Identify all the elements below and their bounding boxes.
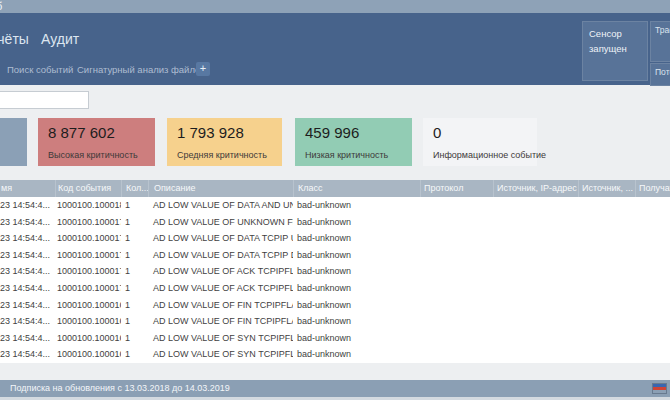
cell-description: AD LOW VALUE OF SYN TCPIPFLAG... [148,346,293,363]
cell-description: AD LOW VALUE OF DATA AND UNE... [148,197,293,214]
cell-protocol [420,230,493,247]
cell-recipient [635,214,670,231]
add-tab-button[interactable]: + [196,62,210,76]
cell-source-ip [493,197,578,214]
cell-count: 1 [121,263,148,280]
ru-flag-icon[interactable] [653,384,666,393]
tab-event-search[interactable]: Поиск событий [7,64,73,75]
column-header-source[interactable]: Источник, ... [578,180,635,197]
table-row[interactable]: -23 14:54:4... 1000100.1000166 1 AD LOW … [0,313,670,330]
table-body: -23 14:54:4... 1000100.1000180 1 AD LOW … [0,197,670,363]
table-row[interactable]: -23 14:54:4... 1000100.1000162 1 AD LOW … [0,346,670,363]
low-severity-count: 459 996 [305,124,359,141]
cell-class: bad-unknown [293,247,420,264]
cell-time: -23 14:54:4... [0,313,55,330]
table-row[interactable]: -23 14:54:4... 1000100.1000170 1 AD LOW … [0,280,670,297]
cell-count: 1 [121,346,148,363]
cell-recipient [635,297,670,314]
cell-class: bad-unknown [293,263,420,280]
column-header-protocol[interactable]: Протокол [420,180,493,197]
low-severity-label: Низкая критичность [305,150,388,160]
cell-description: AD LOW VALUE OF DATA TCPIP DO... [148,247,293,264]
cell-count: 1 [121,297,148,314]
column-header-class[interactable]: Класс [293,180,420,197]
cell-event-code: 1000100.1000178 [55,214,121,231]
cell-source [578,197,635,214]
severity-card-low[interactable]: 459 996 Низкая критичность [295,118,412,166]
table-row[interactable]: -23 14:54:4... 1000100.1000164 1 AD LOW … [0,330,670,347]
sensor-status-panel[interactable]: Сенсор запущен [582,21,648,81]
cell-class: bad-unknown [293,280,420,297]
cell-event-code: 1000100.1000166 [55,313,121,330]
cell-protocol [420,313,493,330]
cell-time: -23 14:54:4... [0,263,55,280]
table-row[interactable]: -23 14:54:4... 1000100.1000168 1 AD LOW … [0,297,670,314]
column-header-recipient[interactable]: Получат [635,180,670,197]
cell-protocol [420,280,493,297]
status-bar: Подписка на обновления с 13.03.2018 до 1… [0,380,670,397]
cell-description: AD LOW VALUE OF FIN TCPIPFLAGS... [148,313,293,330]
cell-count: 1 [121,247,148,264]
column-header-event-code[interactable]: Код события [55,180,121,197]
cell-time: -23 14:54:4... [0,197,55,214]
info-severity-label: Информационное событие [433,150,546,160]
cell-protocol [420,297,493,314]
cell-source [578,247,635,264]
cell-class: bad-unknown [293,313,420,330]
cell-time: -23 14:54:4... [0,214,55,231]
window-title-bar: б [0,0,670,13]
severity-card-medium[interactable]: 1 793 928 Средняя критичность [167,118,282,166]
cell-class: bad-unknown [293,197,420,214]
cell-recipient [635,346,670,363]
cell-protocol [420,247,493,264]
column-header-description[interactable]: Описание [148,180,293,197]
app-header: Отчёты Аудит Поиск событий Сигнатурный а… [0,13,670,85]
cell-class: bad-unknown [293,230,420,247]
cell-recipient [635,313,670,330]
cell-description: AD LOW VALUE OF SYN TCPIPFLAG... [148,330,293,347]
cell-description: AD LOW VALUE OF ACK TCPIPFLAG... [148,263,293,280]
cell-class: bad-unknown [293,214,420,231]
cell-recipient [635,197,670,214]
cell-source-ip [493,280,578,297]
cell-time: -23 14:54:4... [0,346,55,363]
cell-recipient [635,280,670,297]
cell-time: -23 14:54:4... [0,330,55,347]
cell-time: -23 14:54:4... [0,297,55,314]
cell-event-code: 1000100.1000170 [55,280,121,297]
cell-description: AD LOW VALUE OF DATA TCPIP UPL... [148,230,293,247]
table-row[interactable]: -23 14:54:4... 1000100.1000180 1 AD LOW … [0,197,670,214]
cell-description: AD LOW VALUE OF UNKNOWN FLA... [148,214,293,231]
cell-class: bad-unknown [293,297,420,314]
traffic-panel[interactable]: Трафик [650,21,670,62]
table-row[interactable]: -23 14:54:4... 1000100.1000174 1 AD LOW … [0,247,670,264]
column-header-source-ip[interactable]: Источник, IP-адрес [493,180,578,197]
losses-panel[interactable]: Потери [650,63,670,86]
table-row[interactable]: -23 14:54:4... 1000100.1000178 1 AD LOW … [0,214,670,231]
menu-item-audit[interactable]: Аудит [41,31,79,47]
cell-class: bad-unknown [293,346,420,363]
cell-time: -23 14:54:4... [0,247,55,264]
column-header-count[interactable]: Кол... [121,180,148,197]
table-row[interactable]: -23 14:54:4... 1000100.1000172 1 AD LOW … [0,263,670,280]
tab-signature-file-analysis[interactable]: Сигнатурный анализ файлов [77,64,205,75]
cell-source-ip [493,230,578,247]
severity-card-partial[interactable] [0,118,27,166]
cell-recipient [635,263,670,280]
cell-count: 1 [121,197,148,214]
cell-source [578,214,635,231]
cell-event-code: 1000100.1000180 [55,197,121,214]
cell-count: 1 [121,214,148,231]
menu-item-reports[interactable]: Отчёты [0,31,29,47]
severity-card-high[interactable]: 8 877 602 Высокая критичность [38,118,155,166]
severity-card-info[interactable]: 0 Информационное событие [423,118,537,166]
cell-source [578,230,635,247]
cell-protocol [420,330,493,347]
column-header-time[interactable]: мя [0,180,55,197]
table-row[interactable]: -23 14:54:4... 1000100.1000176 1 AD LOW … [0,230,670,247]
cell-count: 1 [121,330,148,347]
cell-protocol [420,346,493,363]
filter-dropdown[interactable] [0,91,89,109]
cell-time: -23 14:54:4... [0,230,55,247]
cell-protocol [420,214,493,231]
